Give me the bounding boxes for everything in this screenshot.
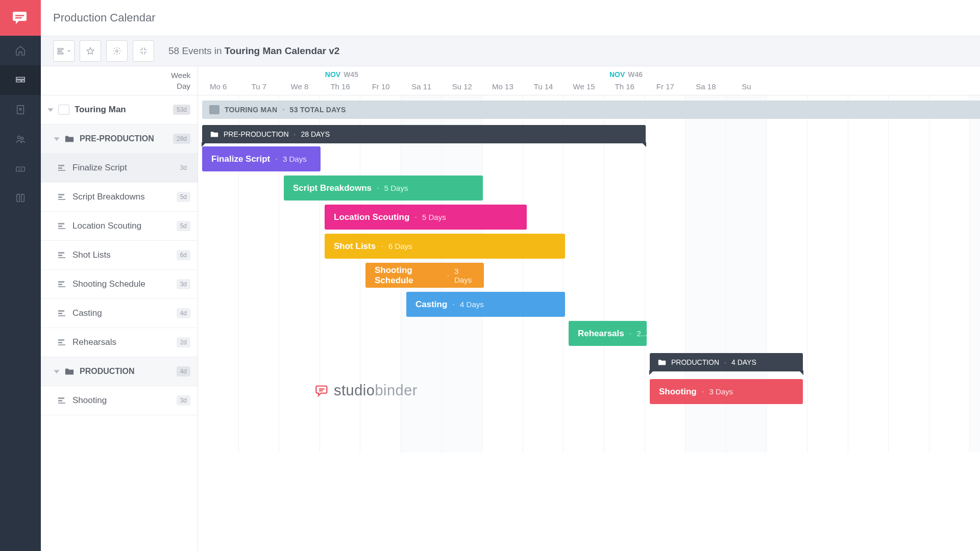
days-badge: 3d xyxy=(177,395,190,406)
svg-rect-27 xyxy=(58,286,65,287)
svg-rect-14 xyxy=(58,167,62,169)
svg-point-12 xyxy=(116,50,118,53)
svg-rect-32 xyxy=(58,342,62,343)
svg-rect-17 xyxy=(58,196,62,198)
svg-rect-25 xyxy=(58,281,64,283)
task-icon xyxy=(58,252,67,259)
folder-icon xyxy=(64,134,75,144)
gantt-day-label: Mo 13 xyxy=(482,82,523,91)
svg-text:VIP: VIP xyxy=(18,168,23,171)
svg-rect-15 xyxy=(58,170,65,171)
days-badge: 53d xyxy=(173,105,190,115)
task-icon xyxy=(58,281,67,288)
gantt-task-bar[interactable]: Casting·4 Days xyxy=(406,292,565,317)
svg-point-4 xyxy=(19,108,21,110)
gantt-day-label: Th 16 xyxy=(320,82,361,91)
nav-docs[interactable] xyxy=(0,95,41,124)
svg-rect-36 xyxy=(58,403,65,404)
days-badge: 4d xyxy=(177,366,190,377)
task-icon xyxy=(58,339,67,346)
gantt-day-label: Fr 17 xyxy=(645,82,686,91)
folder-icon xyxy=(64,366,75,377)
nav-home[interactable] xyxy=(0,36,41,65)
nav-library[interactable] xyxy=(0,184,41,213)
days-badge: 3d xyxy=(177,279,190,289)
gantt-task-bar[interactable]: Rehearsals·2... xyxy=(569,321,647,346)
svg-rect-24 xyxy=(58,257,65,258)
gantt-task-bar[interactable]: Shot Lists·6 Days xyxy=(325,234,565,259)
gantt-day-label: Su 12 xyxy=(442,82,483,91)
toolbar-collapse-button[interactable] xyxy=(133,40,154,62)
gantt-day-label: Th 16 xyxy=(604,82,645,91)
nav-contacts[interactable] xyxy=(0,124,41,154)
toolbar-star-button[interactable] xyxy=(80,40,101,62)
gantt-week-label: NOVW45 xyxy=(325,70,358,79)
gantt-header: NOVW45NOVW46 Mo 6Tu 7We 8Th 16Fr 10Sa 11… xyxy=(198,66,980,95)
tree-task-row[interactable]: Script Breakdowns 5d xyxy=(41,183,198,212)
days-badge: 4d xyxy=(177,308,190,318)
watermark-logo: studiobinder xyxy=(314,382,418,399)
gantt-task-bar[interactable]: Shooting Schedule·3 Days xyxy=(365,263,484,288)
tree-task-row[interactable]: Finalize Script 3d xyxy=(41,154,198,183)
task-icon xyxy=(58,164,67,171)
gantt-section-bar-prod[interactable]: PRODUCTION·4 DAYS xyxy=(650,353,803,371)
days-badge: 28d xyxy=(173,134,190,144)
tree-task-row[interactable]: Shooting 3d xyxy=(41,386,198,415)
svg-rect-20 xyxy=(58,226,62,227)
svg-rect-13 xyxy=(58,165,64,166)
tree-section-prod[interactable]: PRODUCTION 4d xyxy=(41,357,198,386)
svg-rect-31 xyxy=(58,339,64,341)
folder-icon xyxy=(658,359,666,366)
svg-rect-11 xyxy=(58,53,63,54)
gantt-week-label: NOVW46 xyxy=(609,70,643,79)
caret-down-icon xyxy=(53,135,60,142)
project-thumb-icon xyxy=(209,105,219,114)
gantt-day-label: We 15 xyxy=(564,82,604,91)
gantt-section-bar-preprod[interactable]: PRE-PRODUCTION·28 DAYS xyxy=(202,125,646,143)
gantt-day-label: Su xyxy=(726,82,767,91)
tree-task-row[interactable]: Rehearsals 2d xyxy=(41,328,198,357)
svg-point-5 xyxy=(18,136,21,139)
svg-rect-28 xyxy=(58,310,64,312)
nav-vip[interactable]: VIP xyxy=(0,154,41,184)
toolbar: 58 Events in Touring Man Calendar v2 xyxy=(41,36,980,66)
task-icon xyxy=(58,310,67,317)
days-badge: 5d xyxy=(177,221,190,231)
gantt-task-bar[interactable]: Script Breakdowns·5 Days xyxy=(284,176,483,201)
tree-task-row[interactable]: Shooting Schedule 3d xyxy=(41,270,198,299)
toolbar-summary: 58 Events in Touring Man Calendar v2 xyxy=(168,45,339,57)
gantt-task-bar[interactable]: Shooting·3 Days xyxy=(650,379,803,404)
tree-project-row[interactable]: Touring Man 53d xyxy=(41,95,198,124)
folder-icon xyxy=(210,131,218,138)
toolbar-view-button[interactable] xyxy=(53,40,75,62)
gantt-task-bar[interactable]: Finalize Script·3 Days xyxy=(202,146,321,171)
gantt-task-bar[interactable]: Location Scouting·5 Days xyxy=(325,205,527,230)
svg-rect-35 xyxy=(58,400,62,402)
svg-rect-2 xyxy=(22,80,25,82)
tree-task-row[interactable]: Shot Lists 6d xyxy=(41,241,198,270)
gantt-day-label: Sa 18 xyxy=(685,82,726,91)
gantt-chart[interactable]: NOVW45NOVW46 Mo 6Tu 7We 8Th 16Fr 10Sa 11… xyxy=(198,66,980,551)
tree-header: Week Day xyxy=(41,66,198,95)
svg-rect-19 xyxy=(58,223,64,224)
svg-rect-26 xyxy=(58,284,62,285)
days-badge: 2d xyxy=(177,337,190,347)
tree-task-row[interactable]: Casting 4d xyxy=(41,299,198,328)
nav-rail: VIP xyxy=(0,0,41,551)
gantt-day-label: Tu 14 xyxy=(523,82,564,91)
gantt-day-label: Fr 10 xyxy=(360,82,401,91)
svg-rect-16 xyxy=(58,194,64,195)
svg-rect-0 xyxy=(16,78,25,80)
gantt-day-label: Mo 6 xyxy=(198,82,239,91)
tree-task-row[interactable]: Location Scouting 5d xyxy=(41,212,198,241)
tree-section-preprod[interactable]: PRE-PRODUCTION 28d xyxy=(41,124,198,154)
page-title: Production Calendar xyxy=(41,0,980,36)
nav-calendar[interactable] xyxy=(0,65,41,95)
svg-rect-33 xyxy=(58,344,65,345)
days-badge: 3d xyxy=(177,163,190,173)
gantt-project-bar[interactable]: TOURING MAN·53 TOTAL DAYS xyxy=(202,101,980,119)
toolbar-settings-button[interactable] xyxy=(106,40,128,62)
app-logo[interactable] xyxy=(0,0,41,36)
svg-rect-10 xyxy=(58,51,62,52)
svg-rect-3 xyxy=(17,106,24,114)
